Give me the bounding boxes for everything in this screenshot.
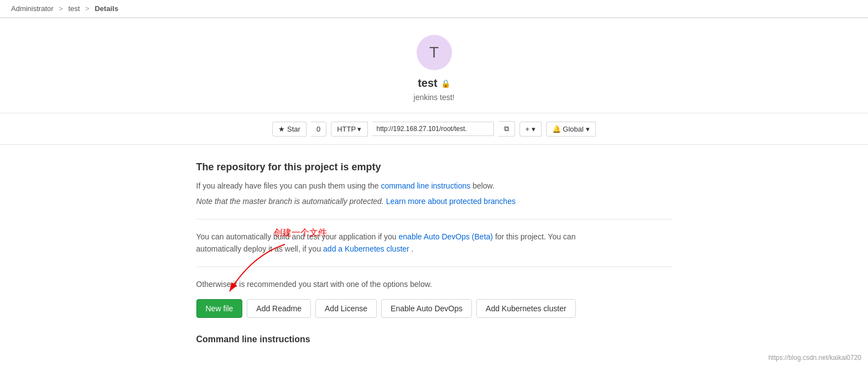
breadcrumb-sep1: > [59,4,63,13]
command-line-link[interactable]: command line instructions [381,181,470,190]
project-header: T test 🔒 jenkins test! [0,18,868,113]
project-description: jenkins test! [11,93,857,102]
action-bar: ★ Star 0 HTTP ▾ ⧉ + ▾ 🔔 Global ▾ [0,113,868,145]
protected-branches-link[interactable]: Learn more about protected branches [386,197,516,206]
star-count: 0 [311,122,326,137]
project-name: test 🔒 [11,77,857,90]
empty-repo-title: The repository for this project is empty [196,161,672,173]
avatar: T [417,35,452,70]
auto-devops-link[interactable]: enable Auto DevOps (Beta) [399,232,493,241]
new-file-button[interactable]: New file [196,299,243,318]
breadcrumb-current: Details [95,4,118,13]
breadcrumb-test-link[interactable]: test [68,4,80,13]
info-line-1: If you already have files you can push t… [196,180,672,192]
http-dropdown-button[interactable]: HTTP ▾ [331,122,367,137]
kubernetes-cluster-link[interactable]: add a Kubernetes cluster [323,244,409,253]
protected-branch-note: Note that the master branch is automatic… [196,195,672,207]
add-readme-button[interactable]: Add Readme [247,299,311,318]
command-line-title: Command line instructions [196,334,672,344]
breadcrumb: Administrator > test > Details [0,0,868,18]
breadcrumb-admin-link[interactable]: Administrator [11,4,54,13]
section-divider-2 [196,266,672,267]
section-divider-1 [196,219,672,219]
recommend-text: Otherwise it is recommended you start wi… [196,278,672,290]
add-kubernetes-cluster-button[interactable]: Add Kubernetes cluster [476,299,576,318]
lock-icon: 🔒 [441,79,450,88]
auto-devops-text: You can automatically build and test you… [196,231,672,255]
watermark: https://blog.csdn.net/kaikai0720 [768,354,861,361]
repo-url-input[interactable] [372,122,494,136]
main-content: The repository for this project is empty… [185,145,683,361]
add-license-button[interactable]: Add License [315,299,377,318]
breadcrumb-sep2: > [85,4,90,13]
copy-url-button[interactable]: ⧉ [498,121,515,137]
enable-auto-devops-button[interactable]: Enable Auto DevOps [381,299,472,318]
buttons-area: New file Add Readme Add License Enable A… [196,299,576,318]
add-button[interactable]: + ▾ [519,122,542,137]
star-button[interactable]: ★ Star [272,122,306,137]
action-buttons-row: New file Add Readme Add License Enable A… [196,299,576,318]
notification-bell-button[interactable]: 🔔 Global ▾ [546,122,596,137]
